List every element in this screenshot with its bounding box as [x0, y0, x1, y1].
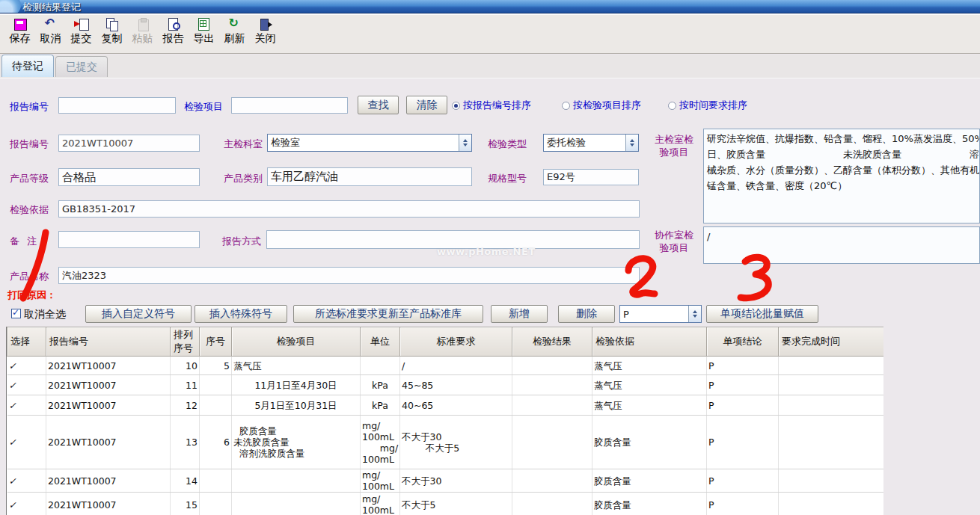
- batch-assign-button[interactable]: 单项结论批量赋值: [706, 305, 818, 323]
- sort-radio-按检验项目排序[interactable]: 按检验项目排序: [562, 99, 641, 112]
- toolbar-button-label: 报告: [163, 32, 184, 46]
- table-row[interactable]: ✓2021WT10007125月1日至10月31日kPa40~65蒸气压P: [7, 395, 884, 416]
- insert-custom-symbol-button[interactable]: 插入自定义符号: [85, 305, 192, 323]
- add-button[interactable]: 新增: [491, 305, 548, 323]
- toolbar-button-报告[interactable]: 报告: [158, 18, 189, 52]
- find-button[interactable]: 查找: [358, 96, 399, 114]
- reject-reason-label: 打回原因：: [7, 289, 56, 302]
- spinner-icon[interactable]: [688, 306, 701, 322]
- basis-input[interactable]: [58, 200, 640, 218]
- conclusion-combo[interactable]: P: [619, 305, 702, 323]
- sort-radio-label: 按时间要求排序: [679, 99, 747, 112]
- table-row[interactable]: ✓2021WT1000715mg/ 100mL不大于5胶质含量P: [7, 493, 884, 515]
- toolbar-button-label: 粘贴: [132, 32, 153, 46]
- search-item-input[interactable]: [231, 97, 348, 114]
- main-items-label: 主检室检 验项目: [649, 133, 699, 158]
- cell-conclusion: P: [707, 469, 779, 493]
- spinner-icon[interactable]: [625, 135, 638, 151]
- cell-basis: 蒸气压: [592, 375, 707, 395]
- coop-items-textarea[interactable]: /: [703, 226, 980, 264]
- cell-check[interactable]: ✓: [7, 493, 46, 515]
- cell-item: 胶质含量 未洗胶质含量 溶剂洗胶质含量: [232, 416, 361, 469]
- inspect-type-combo[interactable]: 委托检验: [543, 134, 639, 152]
- cell-basis: 蒸气压: [592, 357, 707, 375]
- sort-radio-label: 按检验项目排序: [573, 99, 641, 112]
- app-logo-icon: [0, 0, 21, 13]
- toolbar-button-保存[interactable]: 保存: [4, 18, 35, 52]
- column-header: 单位: [361, 327, 400, 357]
- delete-button[interactable]: 删除: [558, 305, 615, 323]
- tab-待登记[interactable]: 待登记: [1, 55, 54, 77]
- spinner-icon[interactable]: [459, 135, 471, 151]
- update-standard-button[interactable]: 所选标准要求更新至产品标准库: [293, 305, 483, 323]
- cell-check[interactable]: ✓: [7, 469, 46, 493]
- search-report-no-input[interactable]: [58, 97, 176, 114]
- toolbar-button-label: 保存: [10, 32, 31, 46]
- cell-report_no: 2021WT10007: [46, 493, 171, 515]
- submit-icon: [73, 18, 90, 31]
- conclusion-combo-value: P: [623, 309, 629, 320]
- sort-radio-按时间要求排序[interactable]: 按时间要求排序: [668, 99, 747, 112]
- grade-input[interactable]: [58, 168, 200, 186]
- table-row[interactable]: ✓2021WT1000714mg/ 100mL不大于30胶质含量P: [7, 469, 884, 493]
- cell-time: [779, 395, 884, 416]
- cell-order_no: 13: [171, 416, 200, 469]
- app-window: 检测结果登记 保存取消提交复制粘贴报告导出刷新关闭 待登记已提交 报告编号 检验…: [0, 0, 980, 515]
- window-title: 检测结果登记: [22, 1, 81, 13]
- toolbar-button-label: 导出: [194, 32, 215, 46]
- paste-icon: [135, 18, 151, 31]
- cell-check[interactable]: ✓: [7, 375, 46, 395]
- product-name-input[interactable]: [58, 267, 640, 284]
- watermark: www.pHome.NET: [437, 246, 536, 257]
- cell-basis: 胶质含量: [592, 493, 707, 515]
- uncheck-all-checkbox[interactable]: [11, 309, 21, 318]
- main-dept-label: 主检科室: [224, 138, 263, 151]
- table-row[interactable]: ✓2021WT10007105蒸气压/蒸气压P: [7, 357, 884, 375]
- sort-radio-按报告编号排序[interactable]: 按报告编号排序: [452, 99, 531, 112]
- toolbar-button-导出[interactable]: 导出: [189, 18, 219, 52]
- cell-req: 45~85: [400, 375, 512, 395]
- toolbar-button-label: 关闭: [255, 32, 276, 46]
- refresh-icon: [227, 18, 243, 31]
- spec-label: 规格型号: [488, 172, 527, 185]
- toolbar-button-提交[interactable]: 提交: [66, 18, 97, 52]
- main-items-textarea[interactable]: 研究法辛烷值、抗爆指数、铅含量、馏程、10%蒸发温度、50%蒸 日、胶质含量 未…: [703, 129, 980, 223]
- clear-button[interactable]: 清除: [406, 96, 447, 114]
- main-dept-value: 检验室: [271, 136, 300, 149]
- toolbar-button-取消[interactable]: 取消: [35, 18, 66, 52]
- toolbar-button-刷新[interactable]: 刷新: [219, 18, 250, 52]
- remark-input[interactable]: [58, 231, 200, 248]
- cell-seq: [200, 375, 232, 395]
- cell-unit: mg/ 100mL: [361, 469, 400, 493]
- product-name-label: 产品名称: [10, 270, 49, 283]
- table-row[interactable]: ✓2021WT10007136 胶质含量 未洗胶质含量 溶剂洗胶质含量mg/ 1…: [7, 416, 884, 469]
- close-icon: [257, 18, 274, 31]
- cell-seq: [200, 469, 232, 493]
- cell-req: 不大于30: [400, 469, 512, 493]
- main-dept-combo[interactable]: 检验室: [267, 134, 472, 152]
- report-mode-label: 报告方式: [222, 235, 261, 248]
- export-icon: [196, 18, 212, 31]
- toolbar-button-关闭[interactable]: 关闭: [250, 18, 281, 52]
- column-header: 标准要求: [400, 327, 512, 357]
- cell-check[interactable]: ✓: [7, 395, 46, 416]
- cell-check[interactable]: ✓: [7, 416, 46, 469]
- cell-time: [779, 469, 884, 493]
- report-no-input[interactable]: [58, 135, 200, 152]
- spec-input[interactable]: [543, 169, 639, 185]
- cell-report_no: 2021WT10007: [46, 395, 171, 416]
- column-header: 要求完成时间: [779, 327, 884, 357]
- cell-check[interactable]: ✓: [7, 357, 46, 375]
- insert-special-symbol-button[interactable]: 插入特殊符号: [195, 305, 287, 323]
- cell-time: [779, 357, 884, 375]
- toolbar-button-label: 复制: [102, 32, 123, 46]
- cell-result: [512, 493, 592, 515]
- cell-seq: [200, 493, 232, 515]
- table-row[interactable]: ✓2021WT100071111月1日至4月30日kPa45~85蒸气压P: [7, 375, 884, 395]
- toolbar-button-粘贴: 粘贴: [127, 18, 158, 52]
- toolbar-button-复制[interactable]: 复制: [97, 18, 127, 52]
- results-table: 选择报告编号排列 序号序号检验项目单位标准要求检验结果检验依据单项结论要求完成时…: [6, 327, 883, 515]
- search-item-label: 检验项目: [184, 100, 223, 114]
- tab-已提交[interactable]: 已提交: [55, 56, 108, 77]
- category-input[interactable]: [267, 167, 472, 186]
